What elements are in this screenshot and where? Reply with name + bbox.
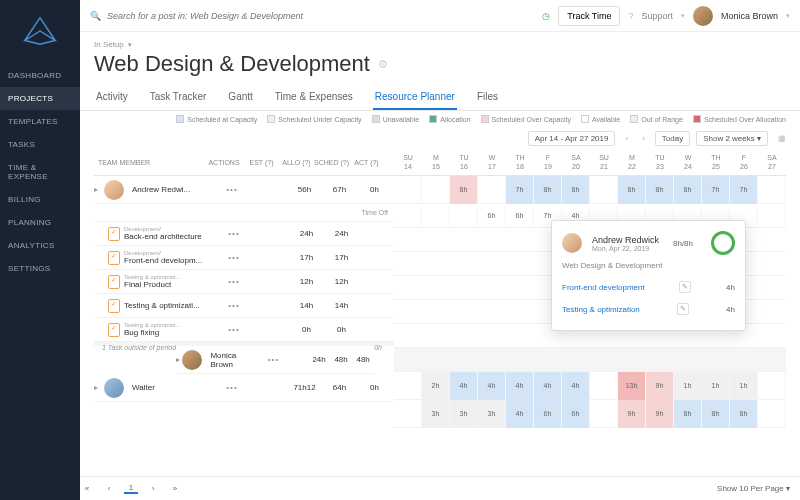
pager-last[interactable]: » [168, 484, 182, 493]
col-sched[interactable]: SCHED (?) [314, 159, 349, 166]
allocation-cell[interactable]: 8h [730, 400, 758, 428]
user-name[interactable]: Monica Brown [721, 11, 778, 21]
nav-templates[interactable]: TEMPLATES [0, 110, 80, 133]
allocation-cell[interactable] [394, 176, 422, 204]
allocation-cell[interactable]: 1h [730, 372, 758, 400]
allocation-cell[interactable]: 3h [478, 400, 506, 428]
allocation-cell[interactable]: 4h [478, 372, 506, 400]
row-actions[interactable]: ••• [268, 355, 279, 364]
task-row[interactable]: Development/Front-end developm...•••17h1… [94, 246, 394, 270]
help-icon[interactable]: ? [628, 11, 633, 21]
allocation-cell[interactable]: 3h [450, 400, 478, 428]
task-row[interactable]: Testing & optimizati...Bug fixing•••0h0h [94, 318, 394, 342]
allocation-cell[interactable]: 8h [702, 400, 730, 428]
nav-projects[interactable]: PROJECTS [0, 87, 80, 110]
row-actions[interactable]: ••• [228, 253, 239, 262]
pager-per-page[interactable]: Show 10 Per Page ▾ [717, 484, 790, 493]
user-avatar[interactable] [693, 6, 713, 26]
allocation-cell[interactable]: 2h [422, 372, 450, 400]
breadcrumb[interactable]: In Setup ▾ [94, 40, 786, 49]
app-logo[interactable] [21, 12, 59, 50]
edit-icon[interactable]: ✎ [677, 303, 689, 315]
allocation-cell[interactable]: 4h [506, 372, 534, 400]
today-button[interactable]: Today [655, 131, 690, 146]
nav-settings[interactable]: SETTINGS [0, 257, 80, 280]
support-link[interactable]: Support [641, 11, 673, 21]
nav-billing[interactable]: BILLING [0, 188, 80, 211]
nav-analytics[interactable]: ANALYTICS [0, 234, 80, 257]
allocation-cell[interactable]: 8h [562, 176, 590, 204]
allocation-cell[interactable]: 8h [674, 176, 702, 204]
pager-first[interactable]: « [80, 484, 94, 493]
allocation-cell[interactable] [758, 400, 786, 428]
allocation-cell[interactable]: 8h [450, 176, 478, 204]
allocation-cell[interactable] [394, 400, 422, 428]
allocation-cell[interactable]: 13h [618, 372, 646, 400]
popover-task-link[interactable]: Testing & optimization [562, 305, 640, 314]
allocation-cell[interactable]: 8h [618, 176, 646, 204]
gear-icon[interactable]: ⚙ [378, 58, 388, 71]
search-input[interactable] [107, 11, 534, 21]
allocation-cell[interactable] [590, 372, 618, 400]
allocation-cell[interactable] [758, 176, 786, 204]
allocation-cell[interactable] [422, 176, 450, 204]
timer-icon[interactable]: ◷ [542, 11, 550, 21]
allocation-cell[interactable]: 8h [674, 400, 702, 428]
tab-resource-planner[interactable]: Resource Planner [373, 85, 457, 110]
task-row[interactable]: Testing & optimizati...•••14h14h [94, 294, 394, 318]
allocation-cell[interactable]: 9h [646, 372, 674, 400]
nav-time-expense[interactable]: TIME & EXPENSE [0, 156, 80, 188]
allocation-cell[interactable] [478, 176, 506, 204]
date-range[interactable]: Apr 14 - Apr 27 2019 [528, 131, 616, 146]
tab-task-tracker[interactable]: Task Tracker [148, 85, 209, 110]
col-team-member[interactable]: TEAM MEMBER [94, 159, 204, 166]
allocation-cell[interactable] [758, 372, 786, 400]
row-actions[interactable]: ••• [228, 229, 239, 238]
tab-files[interactable]: Files [475, 85, 500, 110]
allocation-cell[interactable]: 7h [730, 176, 758, 204]
nav-planning[interactable]: PLANNING [0, 211, 80, 234]
grid-icon[interactable]: ▦ [778, 134, 786, 143]
prev-range-button[interactable]: ‹ [621, 134, 632, 143]
allocation-cell[interactable]: 4h [506, 400, 534, 428]
allocation-cell[interactable]: 3h [422, 400, 450, 428]
allocation-cell[interactable]: 1h [702, 372, 730, 400]
allocation-cell[interactable] [394, 372, 422, 400]
nav-tasks[interactable]: TASKS [0, 133, 80, 156]
allocation-cell[interactable] [590, 176, 618, 204]
allocation-cell[interactable]: 7h [702, 176, 730, 204]
row-actions[interactable]: ••• [226, 383, 237, 392]
allocation-cell[interactable]: 8h [534, 176, 562, 204]
tab-time-expenses[interactable]: Time & Expenses [273, 85, 355, 110]
pager-prev[interactable]: ‹ [102, 484, 116, 493]
allocation-cell[interactable]: 9h [618, 400, 646, 428]
popover-task-link[interactable]: Front-end development [562, 283, 645, 292]
next-range-button[interactable]: › [638, 134, 649, 143]
chevron-down-icon[interactable]: ▾ [681, 12, 685, 20]
allocation-cell[interactable]: 4h [562, 372, 590, 400]
col-allo[interactable]: ALLO (?) [279, 159, 314, 166]
allocation-cell[interactable]: 4h [450, 372, 478, 400]
expand-toggle[interactable]: ▸ [94, 383, 104, 392]
edit-icon[interactable]: ✎ [679, 281, 691, 293]
col-act[interactable]: ACT (?) [349, 159, 384, 166]
row-actions[interactable]: ••• [228, 325, 239, 334]
col-est[interactable]: EST (?) [244, 159, 279, 166]
allocation-cell[interactable]: 7h [506, 176, 534, 204]
pager-next[interactable]: › [146, 484, 160, 493]
tab-activity[interactable]: Activity [94, 85, 130, 110]
row-actions[interactable]: ••• [228, 301, 239, 310]
tab-gantt[interactable]: Gantt [226, 85, 254, 110]
allocation-cell[interactable]: 1h [674, 372, 702, 400]
show-weeks-select[interactable]: Show 2 weeks ▾ [696, 131, 768, 146]
track-time-button[interactable]: Track Time [558, 6, 620, 26]
nav-dashboard[interactable]: DASHBOARD [0, 64, 80, 87]
allocation-cell[interactable]: 9h [646, 400, 674, 428]
row-actions[interactable]: ••• [226, 185, 237, 194]
allocation-cell[interactable]: 8h [646, 176, 674, 204]
allocation-cell[interactable]: 6h [534, 400, 562, 428]
expand-toggle[interactable]: ▸ [94, 185, 104, 194]
task-row[interactable]: Development/Back-end architecture•••24h2… [94, 222, 394, 246]
allocation-cell[interactable] [590, 400, 618, 428]
chevron-down-icon[interactable]: ▾ [786, 12, 790, 20]
